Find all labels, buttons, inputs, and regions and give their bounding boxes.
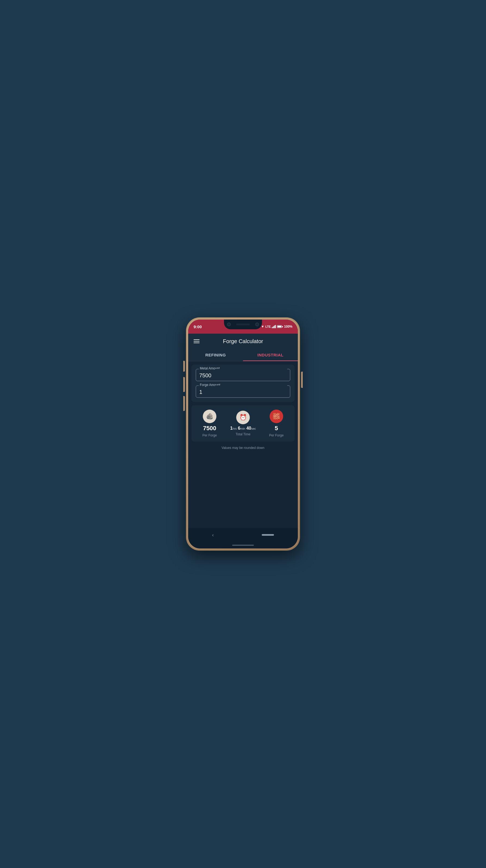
tab-refining[interactable]: Refining [188, 349, 243, 361]
metal-per-forge-result: 🪨 7500 Per Forge [202, 410, 217, 437]
app-bar: Forge Calculator [188, 334, 298, 349]
ore-icon: 🪨 [203, 410, 217, 423]
status-bar: 9:00 ▼ LTE [188, 319, 298, 334]
note-text: Values may be rounded down [188, 445, 298, 454]
time-minutes: 6 [238, 426, 240, 431]
input-section: Metal Amount Forge Amount [192, 365, 294, 402]
home-button[interactable] [262, 534, 274, 536]
app-content: Refining Industrial Metal Amount Forge A… [188, 349, 298, 528]
cloth-icon: 🧱 [269, 410, 283, 423]
time-hours: 1 [230, 426, 233, 431]
time-seconds: 40 [246, 426, 251, 431]
status-time: 9:00 [194, 324, 202, 329]
forge-amount-field: Forge Amount [196, 385, 290, 398]
clock-icon: ⏰ [236, 411, 250, 424]
network-label: LTE [265, 325, 271, 328]
forge-amount-label: Forge Amount [199, 383, 221, 387]
cloth-per-forge-result: 🧱 5 Per Forge [269, 410, 283, 437]
battery-percentage: 100% [284, 325, 292, 329]
volume-up-button[interactable] [183, 361, 185, 372]
metal-per-forge-label: Per Forge [202, 433, 217, 437]
total-time-result: ⏰ 1hrs 6min 40sec Total Time [230, 411, 256, 436]
metal-per-forge-value: 7500 [203, 425, 217, 432]
metal-amount-line [215, 369, 287, 369]
phone-bottom-bar [188, 542, 298, 549]
phone-screen: 9:00 ▼ LTE [188, 319, 298, 549]
total-time-value: 1hrs 6min 40sec [230, 426, 256, 431]
hours-unit: hrs [233, 427, 237, 430]
speaker [236, 323, 250, 325]
camera-right [255, 322, 259, 326]
metal-amount-label: Metal Amount [199, 367, 221, 370]
minutes-unit: min [240, 427, 245, 430]
hamburger-line-3 [194, 343, 200, 343]
seconds-unit: sec [251, 427, 256, 430]
back-button[interactable]: ‹ [212, 532, 214, 538]
forge-amount-line [215, 385, 287, 386]
signal-icon [272, 325, 276, 328]
silent-button[interactable] [183, 396, 185, 411]
volume-down-button[interactable] [183, 377, 185, 392]
hamburger-line-2 [194, 341, 200, 341]
results-section: 🪨 7500 Per Forge ⏰ 1hrs 6min 40sec Tot [192, 405, 294, 442]
phone-frame: 9:00 ▼ LTE [186, 317, 300, 551]
tab-bar: Refining Industrial [188, 349, 298, 361]
notch [224, 319, 262, 329]
cloth-per-forge-value: 5 [275, 425, 278, 432]
wifi-icon: ▼ [261, 325, 264, 329]
battery-icon [277, 325, 283, 328]
metal-amount-input[interactable] [199, 371, 287, 379]
app-title: Forge Calculator [201, 338, 285, 344]
total-time-label: Total Time [236, 432, 251, 436]
menu-button[interactable] [193, 338, 201, 344]
bottom-nav: ‹ [188, 528, 298, 542]
hamburger-line-1 [194, 339, 200, 340]
status-icons: ▼ LTE 100% [261, 325, 292, 329]
power-button[interactable] [301, 372, 303, 388]
tab-industrial[interactable]: Industrial [243, 349, 298, 361]
cloth-per-forge-label: Per Forge [269, 433, 283, 437]
home-indicator[interactable] [232, 545, 254, 546]
forge-amount-input[interactable] [199, 388, 287, 395]
metal-amount-field: Metal Amount [196, 369, 290, 381]
camera-left [227, 322, 231, 326]
